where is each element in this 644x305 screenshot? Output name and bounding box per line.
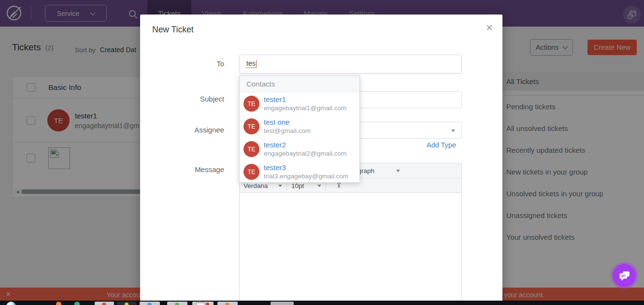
to-input-value: tes: [246, 60, 256, 68]
to-label: To: [140, 59, 224, 68]
contact-suggestion-test-one[interactable]: TE test one test@gmail.com: [240, 115, 359, 138]
contact-suggestion-tester3[interactable]: TE tester3 trial3.engagebay@gmail.com: [240, 160, 359, 183]
close-icon[interactable]: ✕: [486, 22, 493, 33]
taskbar-app-icon[interactable]: [95, 302, 114, 305]
taskbar-app-icon[interactable]: [271, 302, 294, 305]
contact-texts: test one test@gmail.com: [264, 118, 311, 134]
os-taskbar: [0, 301, 644, 305]
chevron-down-icon: [451, 130, 455, 132]
message-editor-body[interactable]: [239, 193, 462, 305]
subject-label: Subject: [140, 95, 224, 103]
contact-email: test@gmail.com: [264, 128, 311, 134]
to-input[interactable]: tes: [239, 55, 462, 73]
taskbar-app-icon[interactable]: [167, 302, 187, 305]
avatar: TE: [243, 96, 259, 112]
chevron-down-icon: [278, 185, 282, 187]
taskbar-app-icon[interactable]: [140, 302, 160, 305]
contact-name: tester2: [264, 141, 346, 148]
text-caret: [256, 60, 257, 68]
contact-name: test one: [264, 118, 311, 126]
contact-name: tester1: [264, 96, 346, 103]
contacts-autocomplete-dropdown: Contacts TE tester1 engagebaytrial1@gmai…: [239, 75, 360, 183]
contact-texts: tester1 engagebaytrial1@gmail.com: [264, 96, 346, 112]
avatar: TE: [243, 164, 259, 180]
contact-email: trial3.engagebay@gmail.com: [264, 173, 348, 180]
avatar: TE: [243, 141, 259, 157]
live-chat-button[interactable]: [611, 262, 638, 289]
taskbar-app-icon[interactable]: [56, 302, 61, 305]
contact-suggestion-tester1[interactable]: TE tester1 engagebaytrial1@gmail.com: [240, 92, 359, 115]
chevron-down-icon: [317, 185, 321, 187]
taskbar-app-icon[interactable]: [74, 302, 80, 305]
avatar: TE: [243, 118, 259, 134]
chat-icon: [618, 269, 631, 282]
contact-email: engagebaytrial1@gmail.com: [264, 105, 346, 112]
taskbar-app-icon[interactable]: [117, 302, 136, 305]
contact-suggestion-tester2[interactable]: TE tester2 engagebaytrial2@gmail.com: [240, 138, 359, 160]
cut-icon[interactable]: ✂: [334, 183, 343, 189]
chevron-down-icon: [396, 170, 400, 172]
app-root: Service Tickets Views Automations Macros…: [0, 0, 644, 305]
contact-texts: tester3 trial3.engagebay@gmail.com: [264, 164, 348, 180]
taskbar-app-icon[interactable]: [6, 302, 16, 305]
chat-button-circle: [613, 264, 636, 287]
assignee-label: Assignee: [140, 126, 224, 134]
contact-email: engagebaytrial2@gmail.com: [264, 150, 346, 157]
modal-title: New Ticket: [152, 25, 194, 35]
contact-texts: tester2 engagebaytrial2@gmail.com: [264, 141, 346, 157]
taskbar-app-icon[interactable]: [217, 302, 238, 305]
contacts-dropdown-header: Contacts: [240, 76, 359, 92]
taskbar-app-icon[interactable]: [192, 302, 214, 305]
contact-name: tester3: [264, 164, 348, 171]
message-label: Message: [140, 165, 224, 174]
